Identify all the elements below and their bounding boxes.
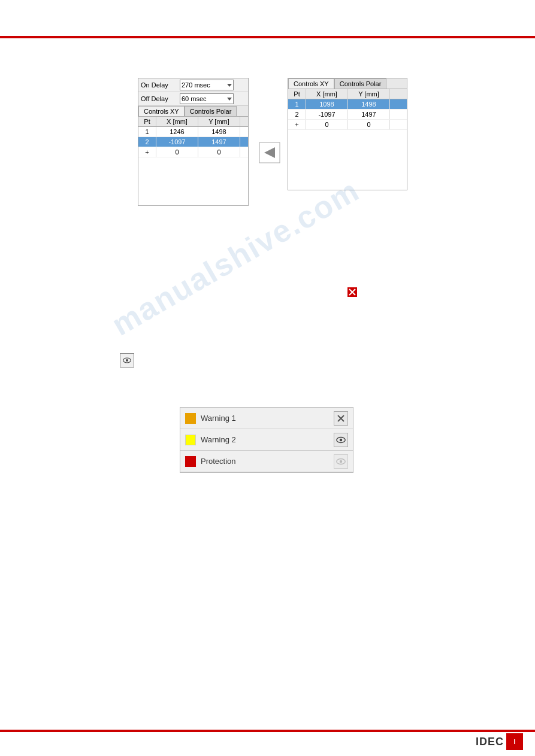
- red-x-icon[interactable]: [347, 287, 357, 297]
- right-row1-pt: 1: [288, 99, 306, 109]
- off-delay-value: 60 msec: [182, 95, 207, 102]
- idec-logo-text: IDEC: [476, 736, 504, 748]
- left-row-plus[interactable]: + 0 0: [138, 147, 248, 157]
- on-delay-arrow: [227, 84, 232, 87]
- left-row2-y: 1497: [198, 137, 240, 147]
- x-svg: [348, 288, 356, 296]
- warning1-color-box: [185, 413, 196, 424]
- right-rowplus-x: 0: [306, 120, 348, 129]
- right-row-plus[interactable]: + 0 0: [288, 120, 407, 130]
- left-row1-y: 1498: [198, 127, 240, 136]
- right-th-x: X [mm]: [306, 89, 348, 99]
- left-row2-pt: 2: [138, 137, 156, 147]
- off-delay-label: Off Delay: [141, 95, 180, 102]
- off-delay-select[interactable]: 60 msec: [180, 93, 234, 104]
- warning2-color-box: [185, 435, 196, 445]
- left-tab-controls-polar[interactable]: Controls Polar: [185, 106, 237, 116]
- panel-right: Controls XY Controls Polar Pt X [mm] Y […: [288, 78, 407, 190]
- protection-row: Protection: [180, 451, 353, 472]
- idec-logo: IDEC I: [476, 733, 523, 750]
- right-th-pt: Pt: [288, 89, 306, 99]
- warning2-icon-btn[interactable]: [334, 433, 348, 447]
- left-th-x: X [mm]: [156, 117, 198, 126]
- left-row2-x: -1097: [156, 137, 198, 147]
- on-delay-row: On Delay 270 msec: [138, 78, 248, 92]
- left-row-2[interactable]: 2 -1097 1497: [138, 137, 248, 147]
- right-row1-x: 1098: [306, 99, 348, 109]
- warning-panel: Warning 1 Warning 2 Protection: [180, 407, 353, 473]
- right-rowplus-y: 0: [348, 120, 390, 129]
- panel-left: On Delay 270 msec Off Delay 60 msec Cont…: [138, 78, 249, 206]
- left-table-header: Pt X [mm] Y [mm]: [138, 117, 248, 127]
- on-delay-select[interactable]: 270 msec: [180, 80, 234, 90]
- right-row2-y: 1497: [348, 110, 390, 119]
- left-rowplus-y: 0: [198, 147, 240, 157]
- warning1-label: Warning 1: [201, 414, 334, 423]
- idec-logo-box: I: [506, 733, 523, 750]
- on-delay-value: 270 msec: [182, 81, 210, 89]
- svg-point-11: [340, 460, 343, 463]
- right-tab-controls-xy[interactable]: Controls XY: [288, 78, 334, 89]
- top-bar: [0, 36, 535, 38]
- right-table-empty: [288, 130, 407, 190]
- right-row1-y: 1498: [348, 99, 390, 109]
- left-rowplus-pt: +: [138, 147, 156, 157]
- left-th-pt: Pt: [138, 117, 156, 126]
- svg-point-5: [126, 359, 128, 362]
- left-th-y: Y [mm]: [198, 117, 240, 126]
- left-tabs-row: Controls XY Controls Polar: [138, 106, 248, 116]
- right-table: Pt X [mm] Y [mm] 1 1098 1498 2 -1097 149…: [288, 89, 407, 190]
- idec-box-letter: I: [513, 738, 515, 745]
- left-tab-controls-xy[interactable]: Controls XY: [138, 106, 185, 116]
- eye-icon-standalone[interactable]: [120, 353, 134, 368]
- left-row1-x: 1246: [156, 127, 198, 136]
- bottom-bar: [0, 730, 535, 732]
- right-tabs-row: Controls XY Controls Polar: [288, 78, 407, 89]
- left-table: Pt X [mm] Y [mm] 1 1246 1498 2 -1097 149…: [138, 116, 248, 205]
- warning1-x-icon: [337, 414, 345, 423]
- off-delay-arrow: [227, 98, 232, 101]
- right-th-y: Y [mm]: [348, 89, 390, 99]
- right-rowplus-pt: +: [288, 120, 306, 129]
- right-row-1[interactable]: 1 1098 1498: [288, 99, 407, 110]
- right-row-2[interactable]: 2 -1097 1497: [288, 110, 407, 120]
- arrow-indicator: [258, 141, 282, 165]
- on-delay-label: On Delay: [141, 81, 180, 89]
- right-tab-controls-polar[interactable]: Controls Polar: [334, 78, 387, 89]
- left-row-1[interactable]: 1 1246 1498: [138, 127, 248, 137]
- right-row2-pt: 2: [288, 110, 306, 119]
- protection-eye-icon: [335, 458, 346, 465]
- left-table-empty: [138, 157, 248, 205]
- protection-icon-btn[interactable]: [334, 454, 348, 469]
- warning-row-1: Warning 1: [180, 408, 353, 429]
- protection-color-box: [185, 456, 196, 467]
- protection-label: Protection: [201, 457, 334, 466]
- right-row2-x: -1097: [306, 110, 348, 119]
- warning1-icon-btn[interactable]: [334, 411, 348, 426]
- warning-row-2: Warning 2: [180, 429, 353, 451]
- warning2-label: Warning 2: [201, 435, 334, 444]
- off-delay-row: Off Delay 60 msec: [138, 92, 248, 106]
- left-row1-pt: 1: [138, 127, 156, 136]
- eye-icon-svg: [122, 357, 132, 363]
- svg-point-9: [340, 438, 343, 441]
- right-table-header: Pt X [mm] Y [mm]: [288, 89, 407, 99]
- arrow-svg: [258, 141, 281, 164]
- warning2-eye-icon: [335, 436, 346, 444]
- left-rowplus-x: 0: [156, 147, 198, 157]
